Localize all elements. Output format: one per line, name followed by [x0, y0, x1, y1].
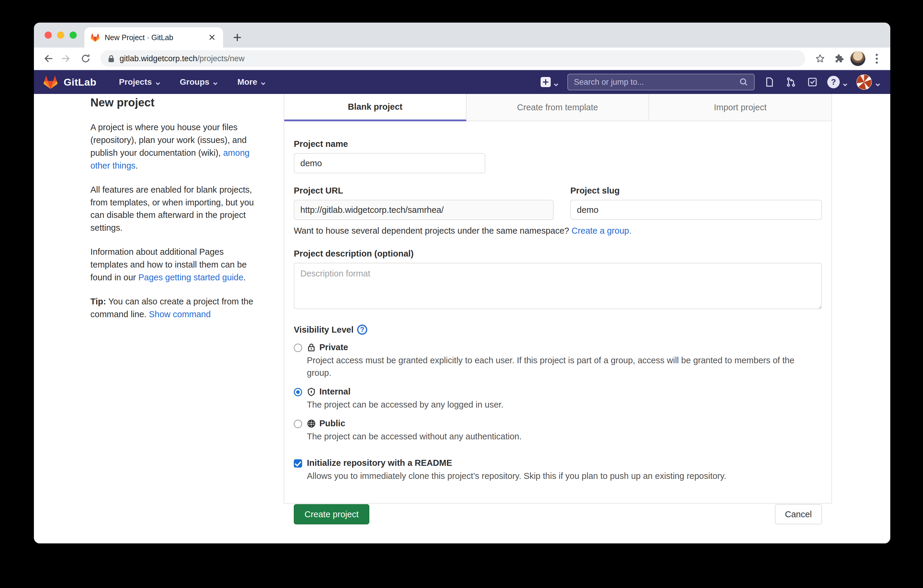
help-menu[interactable]: ? [827, 76, 848, 88]
help-question-glyph: ? [360, 325, 365, 334]
nav-menu-more-label: More [237, 77, 257, 87]
close-window-button[interactable] [44, 31, 52, 39]
lock-icon [108, 55, 115, 62]
internal-radio[interactable] [294, 388, 302, 396]
visibility-level-label: Visibility Level ? [294, 325, 822, 335]
page-content: New project A project is where you house… [34, 94, 890, 544]
globe-icon [307, 419, 316, 428]
chevron-down-icon [212, 79, 218, 85]
reload-icon[interactable] [78, 51, 94, 66]
close-tab-icon[interactable] [207, 33, 217, 42]
merge-requests-icon[interactable] [784, 76, 798, 89]
tip-label: Tip: [90, 297, 106, 306]
show-command-link[interactable]: Show command [149, 309, 211, 319]
cancel-button[interactable]: Cancel [775, 504, 822, 524]
sidebar-paragraph: A project is where you house your files … [90, 121, 258, 172]
chevron-down-icon [842, 79, 848, 85]
description-block: Project description (optional) [294, 249, 822, 312]
issues-icon[interactable] [763, 76, 776, 89]
gitlab-favicon [90, 33, 100, 42]
readme-checkbox[interactable] [294, 459, 302, 468]
browser-profile-avatar[interactable] [851, 51, 866, 66]
search-input[interactable] [574, 77, 739, 87]
browser-window: New Project · GitLab [34, 23, 890, 544]
visibility-help-icon[interactable]: ? [357, 325, 367, 335]
bookmark-star-icon[interactable] [812, 51, 828, 66]
visibility-option-public: Public The project can be accessed witho… [294, 419, 822, 443]
blank-project-form: Project name Project URL Project slug Wa… [284, 121, 831, 524]
desktop-background: New Project · GitLab [0, 0, 923, 588]
private-label: Private [319, 342, 348, 352]
todos-icon[interactable] [806, 76, 819, 89]
traffic-lights [44, 31, 77, 39]
plus-icon [540, 77, 551, 87]
page-title: New project [90, 96, 258, 109]
new-menu-button[interactable] [540, 77, 559, 87]
create-group-link[interactable]: Create a group. [572, 226, 632, 235]
nav-menu-projects[interactable]: Projects [112, 70, 168, 94]
readme-description: Allows you to immediately clone this pro… [307, 470, 726, 482]
sidebar-p3-period: . [243, 273, 246, 282]
lock-icon [307, 343, 316, 352]
tab-import-project[interactable]: Import project [649, 94, 831, 121]
readme-block: Initialize repository with a README Allo… [294, 458, 822, 482]
form-actions: Create project Cancel [294, 504, 822, 524]
global-search[interactable] [567, 74, 755, 90]
sidebar-paragraph: Information about additional Pages templ… [90, 246, 258, 284]
sidebar-paragraph: All features are enabled for blank proje… [90, 184, 258, 235]
visibility-block: Visibility Level ? Private [294, 325, 822, 443]
internal-label: Internal [319, 387, 351, 397]
namespace-hint: Want to house several dependent projects… [294, 226, 822, 236]
nav-menu-more[interactable]: More [230, 70, 273, 94]
private-radio[interactable] [294, 344, 302, 352]
public-description: The project can be accessed without any … [307, 430, 522, 443]
project-name-input[interactable] [294, 153, 485, 173]
url-path: /projects/new [197, 54, 245, 63]
visibility-option-private: Private Project access must be granted e… [294, 342, 822, 379]
project-description-label: Project description (optional) [294, 249, 822, 259]
search-icon [739, 77, 748, 87]
project-url-label: Project URL [294, 186, 553, 195]
back-icon[interactable] [40, 51, 55, 66]
browser-toolbar: gitlab.widgetcorp.tech/projects/new [34, 48, 890, 70]
address-bar[interactable]: gitlab.widgetcorp.tech/projects/new [100, 50, 805, 67]
browser-tab-strip: New Project · GitLab [34, 23, 890, 48]
namespace-hint-text: Want to house several dependent projects… [294, 226, 572, 235]
browser-tab[interactable]: New Project · GitLab [84, 27, 223, 48]
user-menu[interactable] [856, 74, 881, 90]
tab-blank-project[interactable]: Blank project [284, 94, 466, 121]
create-project-button[interactable]: Create project [294, 504, 370, 524]
sidebar-p1-period: . [136, 161, 138, 170]
project-url-input[interactable] [294, 200, 553, 220]
extensions-puzzle-icon[interactable] [831, 51, 847, 66]
zoom-window-button[interactable] [70, 31, 77, 39]
forward-icon[interactable] [59, 51, 74, 66]
tab-create-from-template[interactable]: Create from template [466, 94, 649, 121]
chevron-down-icon [155, 79, 161, 85]
private-description: Project access must be granted explicitl… [307, 354, 806, 379]
pages-guide-link[interactable]: Pages getting started guide [138, 273, 243, 282]
help-icon: ? [827, 76, 840, 88]
project-slug-input[interactable] [570, 200, 822, 220]
nav-menu-groups-label: Groups [180, 77, 210, 87]
help-question-glyph: ? [831, 77, 836, 87]
url-host: gitlab.widgetcorp.tech [120, 54, 197, 63]
url-slug-row: Project URL Project slug [294, 186, 822, 220]
nav-menu-groups[interactable]: Groups [173, 70, 226, 94]
project-slug-label: Project slug [570, 186, 822, 195]
sidebar: New project A project is where you house… [90, 96, 258, 332]
project-description-textarea[interactable] [294, 263, 822, 309]
project-type-tabs: Blank project Create from template Impor… [284, 94, 831, 121]
shield-icon [307, 388, 316, 396]
gitlab-logo[interactable]: GitLab [43, 75, 96, 89]
browser-tab-title: New Project · GitLab [105, 33, 203, 42]
nav-menu-projects-label: Projects [119, 77, 152, 87]
minimize-window-button[interactable] [57, 31, 64, 39]
gitlab-brand-text: GitLab [64, 76, 96, 88]
browser-menu-icon[interactable] [869, 54, 884, 64]
public-radio[interactable] [294, 420, 302, 428]
chevron-down-icon [553, 79, 559, 85]
chevron-down-icon [875, 79, 881, 85]
internal-description: The project can be accessed by any logge… [307, 398, 503, 411]
new-tab-button[interactable] [230, 30, 245, 44]
